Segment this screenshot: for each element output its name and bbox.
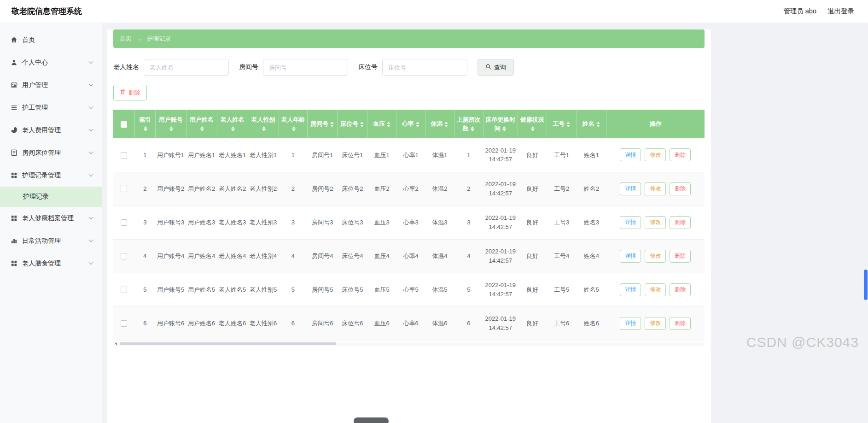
select-all-checkbox[interactable]: [113, 110, 135, 138]
row-select-cell[interactable]: [113, 138, 135, 172]
sort-icon[interactable]: [360, 121, 364, 128]
detail-button[interactable]: 详情: [620, 317, 641, 330]
cell-elder_gender: 老人性别3: [248, 206, 279, 239]
cell-user_name: 用户姓名4: [186, 239, 217, 273]
sort-icon[interactable]: [530, 125, 535, 132]
column-header-account[interactable]: 用户账号: [155, 110, 186, 138]
column-header-elder_name[interactable]: 老人姓名: [217, 110, 248, 138]
bed-no-input[interactable]: [382, 59, 467, 76]
sidebar-item-elder-health-archive-management[interactable]: 老人健康档案管理: [0, 207, 102, 229]
detail-button[interactable]: 详情: [620, 250, 641, 263]
sort-icon[interactable]: [262, 125, 266, 132]
chevron-down-icon: [89, 127, 93, 132]
row-delete-button[interactable]: 删除: [670, 216, 691, 229]
sidebar-item-home[interactable]: 首页: [0, 29, 102, 51]
scroll-left-arrow-icon[interactable]: [115, 342, 117, 345]
sidebar-item-care-record-management[interactable]: 护理记录管理: [0, 164, 102, 187]
logout-link[interactable]: 退出登录: [827, 7, 854, 16]
sidebar-item-personal-center[interactable]: 个人中心: [0, 51, 102, 74]
edit-button[interactable]: 修改: [645, 317, 666, 330]
sidebar-item-caregiver-management[interactable]: 护工管理: [0, 96, 102, 119]
row-delete-button[interactable]: 删除: [670, 148, 691, 161]
cell-blood_pressure: 血压5: [367, 273, 396, 306]
cell-user_name: 用户姓名5: [186, 273, 217, 306]
cell-staff_name: 姓名6: [577, 306, 606, 340]
column-header-label: 血压: [373, 120, 385, 127]
sort-icon[interactable]: [330, 121, 334, 128]
column-header-sheet_change_time[interactable]: 床单更换时间: [483, 110, 518, 138]
sort-icon[interactable]: [470, 125, 475, 132]
column-header-label: 心率: [402, 120, 414, 127]
sort-icon[interactable]: [291, 125, 296, 132]
sort-icon[interactable]: [502, 125, 507, 132]
row-delete-button[interactable]: 删除: [670, 250, 691, 263]
sidebar-subitem-care-record[interactable]: 护理记录: [0, 187, 102, 207]
column-header-user_name[interactable]: 用户姓名: [186, 110, 217, 138]
column-header-room_no[interactable]: 房间号: [308, 110, 338, 138]
chevron-down-icon: [89, 260, 93, 265]
query-button[interactable]: 查询: [478, 59, 514, 76]
cell-heart_rate: 心率4: [396, 239, 425, 273]
column-header-staff_no[interactable]: 工号: [547, 110, 577, 138]
edit-button[interactable]: 修改: [645, 148, 666, 161]
sidebar-item-label: 护理记录管理: [22, 171, 85, 180]
room-no-input[interactable]: [263, 59, 348, 76]
sidebar-item-elder-diet-management[interactable]: 老人膳食管理: [0, 252, 102, 275]
column-header-label: 工号: [553, 120, 565, 127]
edit-button[interactable]: 修改: [645, 283, 666, 296]
edit-button[interactable]: 修改: [645, 216, 666, 229]
detail-button[interactable]: 详情: [620, 182, 641, 195]
column-header-index[interactable]: 索引: [135, 110, 156, 138]
sidebar-item-label: 老人健康档案管理: [22, 214, 85, 223]
sort-icon[interactable]: [415, 121, 420, 128]
row-select-cell[interactable]: [113, 172, 135, 206]
vertical-scrollbar-thumb[interactable]: [864, 270, 868, 300]
sidebar-item-user-management[interactable]: 用户管理: [0, 74, 102, 96]
sort-icon[interactable]: [231, 125, 235, 132]
column-header-heart_rate[interactable]: 心率: [396, 110, 425, 138]
delete-button[interactable]: 删除: [113, 85, 147, 100]
sort-icon[interactable]: [143, 125, 148, 132]
horizontal-scrollbar[interactable]: [113, 342, 705, 346]
table-row: 2用户账号2用户姓名2老人姓名2老人性别22房间号2床位号2血压2心率2体温22…: [113, 172, 705, 206]
column-header-bed_no[interactable]: 床位号: [338, 110, 367, 138]
column-header-blood_pressure[interactable]: 血压: [367, 110, 396, 138]
breadcrumb-home[interactable]: 首页: [120, 35, 132, 43]
column-header-staff_name[interactable]: 姓名: [577, 110, 606, 138]
detail-button[interactable]: 详情: [620, 283, 641, 296]
horizontal-scrollbar-thumb[interactable]: [120, 342, 336, 345]
sort-icon[interactable]: [566, 121, 571, 128]
cell-staff_name: 姓名1: [577, 138, 606, 172]
sidebar-item-daily-activity-management[interactable]: 日常活动管理: [0, 229, 102, 252]
pagination-partial[interactable]: [354, 417, 389, 423]
row-select-cell[interactable]: [113, 206, 135, 239]
cell-elder_age: 1: [279, 138, 308, 172]
cell-health_status: 良好: [518, 206, 547, 239]
sort-icon[interactable]: [200, 125, 204, 132]
row-select-cell[interactable]: [113, 306, 135, 340]
elder-name-input[interactable]: [144, 59, 229, 76]
edit-button[interactable]: 修改: [645, 182, 666, 195]
sort-icon[interactable]: [444, 121, 449, 128]
sidebar-item-room-bed-management[interactable]: 房间床位管理: [0, 141, 102, 164]
top-header: 敬老院信息管理系统 管理员 abo 退出登录: [0, 0, 868, 23]
sort-icon[interactable]: [596, 121, 600, 128]
column-header-elder_age[interactable]: 老人年龄: [279, 110, 308, 138]
row-select-cell[interactable]: [113, 239, 135, 273]
sidebar-item-elder-fee-management[interactable]: 老人费用管理: [0, 119, 102, 141]
row-delete-button[interactable]: 删除: [670, 317, 691, 330]
detail-button[interactable]: 详情: [620, 216, 641, 229]
sort-icon[interactable]: [169, 125, 174, 132]
row-delete-button[interactable]: 删除: [670, 182, 691, 195]
column-header-temperature[interactable]: 体温: [425, 110, 454, 138]
detail-button[interactable]: 详情: [620, 148, 641, 161]
column-header-elder_gender[interactable]: 老人性别: [248, 110, 279, 138]
sidebar-item-label: 日常活动管理: [22, 237, 85, 245]
sort-icon[interactable]: [386, 121, 391, 128]
edit-button[interactable]: 修改: [645, 250, 666, 263]
table-row: 1用户账号1用户姓名1老人姓名1老人性别11房间号1床位号1血压1心率1体温11…: [113, 138, 705, 172]
row-delete-button[interactable]: 删除: [670, 283, 691, 296]
column-header-toilet_count[interactable]: 上厕所次数: [454, 110, 483, 138]
column-header-health_status[interactable]: 健康状况: [518, 110, 547, 138]
row-select-cell[interactable]: [113, 273, 135, 306]
